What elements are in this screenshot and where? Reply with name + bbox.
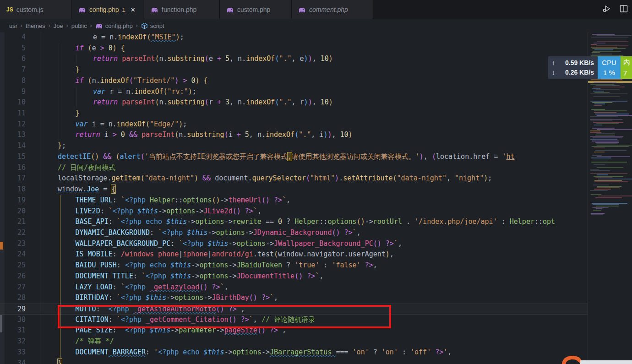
code-text: return i > 0 && parseInt(n.substring(i +… [76, 130, 353, 141]
line-number[interactable]: 17 [0, 173, 26, 184]
code-line-20[interactable]: 20LIVE2D: `<?php $this->options->JLive2d… [0, 206, 588, 217]
line-number[interactable]: 14 [0, 141, 26, 152]
code-line-6[interactable]: 6return parseInt(n.substring(e + 5, n.in… [0, 54, 588, 65]
line-number[interactable]: 6 [0, 54, 26, 65]
code-line-27[interactable]: 27LAZY_LOAD: `<?php _getLazyload() ?>`, [0, 282, 588, 293]
line-number[interactable]: 10 [0, 97, 26, 108]
line-number[interactable]: 23 [0, 239, 26, 250]
code-line-10[interactable]: 10return parseInt(n.substring(r + 3, n.i… [0, 97, 588, 108]
line-number[interactable]: 18 [0, 184, 26, 195]
line-number[interactable]: 11 [0, 108, 26, 119]
breadcrumb-separator: › [90, 22, 92, 29]
debug-run-icon[interactable] [602, 4, 612, 16]
breadcrumb-item-config.php[interactable]: config.php [95, 22, 133, 29]
line-number[interactable]: 32 [0, 336, 26, 347]
minimap-line [596, 45, 628, 46]
code-line-17[interactable]: 17localStorage.getItem("data-night") && … [0, 173, 588, 184]
minimap-line [592, 88, 600, 89]
tab-custom.js[interactable]: JScustom.js [0, 0, 72, 19]
line-number[interactable]: 19 [0, 195, 26, 206]
minimap-line [594, 147, 605, 148]
code-line-9[interactable]: 9var r = n.indexOf("rv:"); [0, 87, 588, 98]
code-line-32[interactable]: 32/* 弹幕 */ [0, 336, 588, 347]
line-number[interactable]: 22 [0, 228, 26, 239]
minimap-line [594, 92, 610, 93]
line-number[interactable]: 7 [0, 65, 26, 76]
breadcrumb-item-script[interactable]: script [141, 22, 164, 29]
code-line-14[interactable]: 14}; [0, 141, 588, 152]
breadcrumb-label: Joe [54, 22, 63, 29]
code-line-4[interactable]: 4e = n.indexOf("MSIE"); [0, 32, 588, 43]
line-number[interactable]: 5 [0, 43, 26, 54]
code-line-7[interactable]: 7} [0, 65, 588, 76]
tab-comment.php[interactable]: comment.php [292, 0, 373, 19]
code-line-18[interactable]: 18window.Joe = { [0, 184, 588, 195]
line-number[interactable]: 15 [0, 152, 26, 163]
minimap-line [597, 186, 621, 187]
minimap-line [597, 41, 628, 42]
code-text: if (n.indexOf("Trident/") > 0) { [76, 76, 208, 87]
tab-function.php[interactable]: function.php [144, 0, 220, 19]
vscode-window: JScustom.jsconfig.php1✕function.phpcusto… [0, 0, 632, 364]
line-number[interactable]: 9 [0, 87, 26, 98]
annotation-red-box [58, 305, 391, 328]
code-line-13[interactable]: 13return i > 0 && parseInt(n.substring(i… [0, 130, 588, 141]
code-text: } [76, 108, 80, 119]
breadcrumb-item-usr[interactable]: usr [9, 22, 17, 29]
minimap-line [596, 123, 619, 124]
tab-custom.php[interactable]: custom.php [220, 0, 292, 19]
line-number[interactable]: 30 [0, 315, 26, 326]
code-line-12[interactable]: 12var i = n.indexOf("Edge/"); [0, 119, 588, 130]
code-line-22[interactable]: 22DYNAMIC_BACKGROUND: `<?php $this->opti… [0, 228, 588, 239]
tab-config.php[interactable]: config.php1✕ [72, 0, 144, 19]
code-line-5[interactable]: 5if (e > 0) { [0, 43, 588, 54]
cpu-label: CPU [602, 59, 616, 66]
code-line-23[interactable]: 23WALLPAPER_BACKGROUND_PC: `<?php $this-… [0, 239, 588, 250]
close-icon[interactable]: ✕ [131, 6, 136, 13]
line-number[interactable]: 21 [0, 217, 26, 228]
line-number[interactable]: 31 [0, 325, 26, 336]
line-number[interactable]: 34 [0, 358, 26, 364]
minimap-line [591, 162, 627, 163]
code-line-8[interactable]: 8if (n.indexOf("Trident/") > 0) { [0, 76, 588, 87]
line-number[interactable]: 28 [0, 293, 26, 304]
breadcrumb-item-themes[interactable]: themes [26, 22, 45, 29]
code-line-24[interactable]: 24IS_MOBILE: /windows phone|iphone|andro… [0, 249, 588, 260]
code-line-15[interactable]: 15detectIE() && (alert('当前站点不支持IE浏览器或您开启… [0, 152, 588, 163]
line-number[interactable]: 12 [0, 119, 26, 130]
line-number[interactable]: 4 [0, 32, 26, 43]
line-number[interactable]: 26 [0, 271, 26, 282]
code-line-19[interactable]: 19THEME_URL: `<?php Helper::options()->t… [0, 195, 588, 206]
line-number[interactable]: 8 [0, 76, 26, 87]
line-number[interactable]: 16 [0, 163, 26, 174]
code-text: /* 弹幕 */ [76, 336, 114, 347]
code-line-16[interactable]: 16// 日间/夜间模式 [0, 163, 588, 174]
code-line-11[interactable]: 11} [0, 108, 588, 119]
code-text: IS_MOBILE: /windows phone|iphone|android… [76, 249, 394, 260]
breadcrumb-label: public [71, 22, 87, 29]
code-line-28[interactable]: 28BIRTHDAY: `<?php $this->options->JBirt… [0, 293, 588, 304]
line-number[interactable]: 24 [0, 249, 26, 260]
minimap-line [596, 208, 602, 209]
minimap-line [595, 150, 627, 151]
code-line-25[interactable]: 25BAIDU_PUSH: <?php echo $this->options-… [0, 260, 588, 271]
code-line-21[interactable]: 21BASE_API: `<?php echo $this->options->… [0, 217, 588, 228]
code-text: DOCUMENT_TITLE: `<?php $this->options->J… [76, 271, 324, 282]
line-number[interactable]: 20 [0, 206, 26, 217]
code-text: var i = n.indexOf("Edge/"); [76, 119, 187, 130]
line-number[interactable]: 33 [0, 347, 26, 358]
breadcrumb-item-public[interactable]: public [71, 22, 87, 29]
split-editor-icon[interactable] [619, 4, 628, 15]
code-line-34[interactable]: 34} [0, 358, 588, 364]
breadcrumb-item-Joe[interactable]: Joe [54, 22, 63, 29]
line-number[interactable]: 27 [0, 282, 26, 293]
line-number[interactable]: 25 [0, 260, 26, 271]
line-number[interactable]: 13 [0, 130, 26, 141]
minimap-line [593, 87, 625, 87]
minimap-line [594, 176, 623, 177]
code-line-26[interactable]: 26DOCUMENT_TITLE: `<?php $this->options-… [0, 271, 588, 282]
code-line-33[interactable]: 33DOCUMENT_BARRAGER: '<?php echo $this->… [0, 347, 588, 358]
line-number[interactable]: 29 [0, 304, 26, 315]
orange-logo-partial [561, 356, 582, 364]
minimap[interactable] [588, 32, 632, 364]
